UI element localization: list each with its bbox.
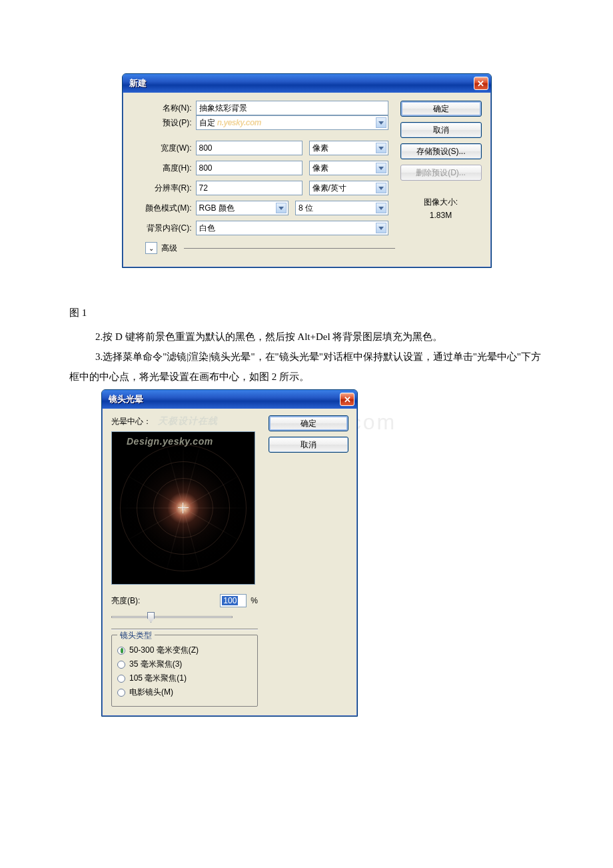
preset-label: 预设(P): bbox=[132, 117, 196, 129]
preset-select[interactable]: 自定 n.yesky.com bbox=[196, 115, 388, 130]
lens-flare-dialog: 镜头光晕 ✕ 光晕中心： 天极设计在线 Design.yesky.com 亮度(… bbox=[101, 389, 358, 717]
brightness-unit: % bbox=[251, 596, 258, 605]
close-button[interactable]: ✕ bbox=[340, 393, 354, 406]
preset-value: 自定 bbox=[199, 118, 215, 127]
lens-option-label: 35 毫米聚焦(3) bbox=[129, 659, 182, 670]
height-unit-select[interactable]: 像素 bbox=[309, 161, 388, 175]
radio-icon bbox=[117, 689, 125, 697]
height-unit-value: 像素 bbox=[312, 163, 328, 174]
ok-button[interactable]: 确定 bbox=[400, 101, 482, 117]
slider-thumb-icon[interactable] bbox=[147, 612, 155, 623]
lens-option-movie[interactable]: 电影镜头(M) bbox=[117, 687, 252, 698]
chevron-down-icon bbox=[376, 223, 386, 233]
width-unit-select[interactable]: 像素 bbox=[309, 141, 388, 155]
name-input[interactable] bbox=[196, 101, 388, 115]
lens-option-35[interactable]: 35 毫米聚焦(3) bbox=[117, 659, 252, 670]
resolution-input[interactable] bbox=[196, 181, 303, 195]
chevron-down-icon bbox=[376, 183, 386, 193]
chevron-down-icon bbox=[376, 203, 386, 213]
bgcontent-value: 白色 bbox=[199, 223, 215, 234]
width-input[interactable] bbox=[196, 141, 303, 155]
dialog-title: 镜头光晕 bbox=[109, 393, 340, 405]
tutorial-text: 图 1 2.按 D 键将前景色重置为默认的黑色，然后按 Alt+Del 将背景图… bbox=[0, 268, 613, 387]
width-unit-value: 像素 bbox=[312, 143, 328, 154]
resolution-unit-value: 像素/英寸 bbox=[312, 183, 346, 194]
height-input[interactable] bbox=[196, 161, 303, 175]
chevron-down-icon bbox=[376, 143, 386, 153]
chevron-down-icon bbox=[376, 117, 386, 128]
brightness-value: 100 bbox=[222, 596, 238, 605]
paragraph-2: 2.按 D 键将前景色重置为默认的黑色，然后按 Alt+Del 将背景图层填充为… bbox=[69, 327, 546, 347]
radio-icon bbox=[117, 647, 125, 655]
paragraph-3: 3.选择菜单命令"滤镜|渲染|镜头光晕"，在"镜头光晕"对话框中保持默认设置，通… bbox=[69, 347, 546, 387]
lens-option-label: 电影镜头(M) bbox=[129, 687, 173, 698]
new-document-dialog: 新建 ✕ 名称(N): 预设(P): 自定 n.yesky.com 宽度(W) bbox=[122, 73, 492, 268]
lens-option-label: 50-300 毫米变焦(Z) bbox=[129, 645, 199, 656]
resolution-label: 分辨率(R): bbox=[132, 183, 196, 194]
crosshair-icon[interactable] bbox=[178, 503, 189, 513]
figure1-label: 图 1 bbox=[69, 303, 546, 323]
lens-type-legend: 镜头类型 bbox=[117, 630, 155, 641]
image-size-label: 图像大小: bbox=[400, 195, 482, 209]
colormode-label: 颜色模式(M): bbox=[132, 203, 196, 214]
chevron-down-icon bbox=[276, 203, 287, 213]
brightness-input[interactable]: 100 bbox=[220, 594, 247, 607]
close-icon: ✕ bbox=[477, 79, 484, 88]
colormode-select[interactable]: RGB 颜色 bbox=[196, 201, 289, 215]
bitdepth-select[interactable]: 8 位 bbox=[295, 201, 388, 215]
separator bbox=[111, 629, 258, 629]
name-label: 名称(N): bbox=[132, 103, 196, 114]
height-label: 高度(H): bbox=[132, 163, 196, 174]
ok-button[interactable]: 确定 bbox=[269, 415, 348, 431]
colormode-value: RGB 颜色 bbox=[199, 203, 235, 214]
width-label: 宽度(W): bbox=[132, 143, 196, 154]
titlebar[interactable]: 新建 ✕ bbox=[123, 74, 491, 93]
dialog-title: 新建 bbox=[129, 77, 474, 89]
resolution-unit-select[interactable]: 像素/英寸 bbox=[309, 181, 388, 195]
brightness-label: 亮度(B): bbox=[111, 595, 140, 607]
delete-preset-button: 删除预设(D)... bbox=[400, 165, 482, 181]
radio-icon bbox=[117, 661, 125, 669]
flare-preview[interactable]: Design.yesky.com bbox=[111, 431, 255, 585]
flare-center-label: 光晕中心： bbox=[111, 416, 151, 427]
cancel-button[interactable]: 取消 bbox=[269, 437, 348, 453]
lens-option-50-300[interactable]: 50-300 毫米变焦(Z) bbox=[117, 645, 252, 656]
save-preset-button[interactable]: 存储预设(S)... bbox=[400, 143, 482, 159]
advanced-label: 高级 bbox=[161, 243, 181, 254]
watermark-yesky: n.yesky.com bbox=[217, 118, 261, 127]
bgcontent-select[interactable]: 白色 bbox=[196, 221, 388, 235]
radio-icon bbox=[117, 675, 125, 683]
advanced-toggle[interactable]: ⌄ bbox=[145, 242, 157, 254]
watermark-design-cn: 天极设计在线 bbox=[158, 415, 218, 427]
lens-option-105[interactable]: 105 毫米聚焦(1) bbox=[117, 673, 252, 684]
lens-option-label: 105 毫米聚焦(1) bbox=[129, 673, 187, 684]
bitdepth-value: 8 位 bbox=[299, 203, 313, 214]
lens-type-group: 镜头类型 50-300 毫米变焦(Z) 35 毫米聚焦(3) 105 毫米聚焦(… bbox=[111, 635, 258, 707]
bgcontent-label: 背景内容(C): bbox=[132, 223, 196, 234]
close-button[interactable]: ✕ bbox=[474, 77, 488, 90]
titlebar[interactable]: 镜头光晕 ✕ bbox=[102, 390, 357, 409]
close-icon: ✕ bbox=[344, 395, 351, 404]
brightness-slider[interactable] bbox=[111, 610, 258, 623]
image-size-value: 1.83M bbox=[400, 209, 482, 222]
cancel-button[interactable]: 取消 bbox=[400, 122, 482, 138]
chevron-down-icon bbox=[376, 163, 386, 173]
